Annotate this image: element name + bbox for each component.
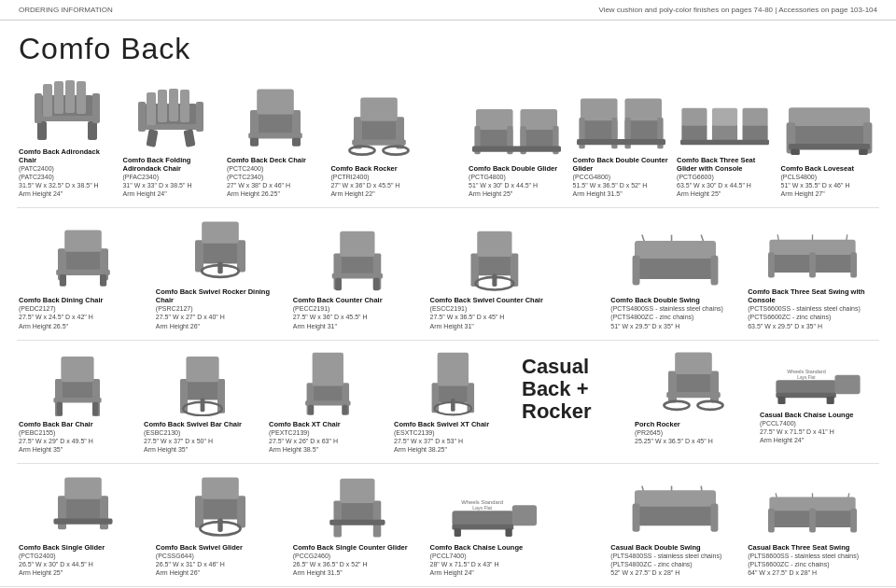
product-item-swivel-bar: Comfo Back Swivel Bar Chair (ESBC2130) 2… bbox=[142, 346, 263, 454]
product-img-area bbox=[291, 222, 425, 292]
product-img-area bbox=[142, 346, 263, 416]
product-code: (PSRC2127) bbox=[156, 304, 286, 313]
swivel-counter-img bbox=[463, 225, 526, 292]
svg-rect-9 bbox=[77, 81, 86, 114]
product-code: (PEDC2127) bbox=[19, 304, 148, 313]
product-dims: 27.5" W x 24.5" D x 42" HArm Height 26.5… bbox=[19, 313, 148, 329]
dining-chair-img bbox=[49, 225, 117, 292]
svg-rect-155 bbox=[202, 477, 239, 498]
svg-rect-124 bbox=[305, 400, 350, 405]
product-code: (PCTC2400)(PCTC2340) bbox=[227, 164, 323, 181]
svg-rect-114 bbox=[184, 380, 221, 399]
product-code: (PLTS6600SS - stainless steel chains)(PL… bbox=[748, 552, 877, 568]
svg-text:Wheels Standard: Wheels Standard bbox=[787, 369, 825, 374]
svg-rect-105 bbox=[850, 252, 857, 277]
svg-rect-63 bbox=[789, 144, 870, 149]
product-info: Comfo Back Bar Chair (PEBC2155) 27.5" W … bbox=[17, 420, 138, 454]
product-dims: 52" W x 27.5" D x 28" H bbox=[610, 568, 740, 577]
chaise2-img: Wheels Standard Lays Flat bbox=[451, 498, 539, 539]
product-dims: 27.5" W x 36" D x 45.5" HArm Height 31" bbox=[293, 313, 423, 329]
svg-rect-71 bbox=[60, 274, 66, 287]
loveseat-img bbox=[785, 102, 874, 161]
product-img-area bbox=[17, 469, 150, 539]
product-code: (ESXTC2139) bbox=[394, 428, 511, 437]
svg-rect-58 bbox=[680, 140, 769, 145]
product-code: (PEXTC2139) bbox=[269, 428, 386, 437]
product-code: (PLTS4800SS - stainless steel chains)(PL… bbox=[610, 552, 740, 568]
svg-rect-5 bbox=[92, 93, 100, 123]
casual-back-text: Casual Back + Rocker bbox=[522, 356, 592, 424]
product-dims: 63.5" W x 29.5" D x 35" H bbox=[748, 322, 877, 330]
product-code: (PCTG2400) bbox=[19, 552, 148, 560]
product-info: Comfo Back Swivel XT Chair (ESXTC2139) 2… bbox=[392, 420, 513, 454]
catalog-body: Comfo Back Adirondack Chair (PATC2400)(P… bbox=[0, 74, 896, 577]
product-item-three-glider: Comfo Back Three Seat Glider with Consol… bbox=[675, 82, 775, 198]
product-code: (PECC2191) bbox=[293, 304, 423, 313]
svg-rect-70 bbox=[57, 270, 111, 275]
svg-rect-143 bbox=[777, 397, 785, 404]
product-dims: 28" W x 71.5" D x 43" HArm Height 24" bbox=[430, 560, 560, 577]
svg-rect-84 bbox=[335, 278, 342, 291]
bar-chair-img bbox=[48, 349, 107, 416]
product-name: Comfo Back Double Glider bbox=[469, 164, 565, 173]
svg-rect-26 bbox=[292, 138, 301, 147]
svg-rect-20 bbox=[254, 112, 296, 135]
svg-rect-152 bbox=[200, 497, 242, 519]
product-img-area bbox=[17, 346, 138, 416]
product-img-area bbox=[467, 91, 567, 161]
product-row-1: Comfo Back Adirondack Chair (PATC2400)(P… bbox=[17, 74, 879, 198]
casual-chaise-img: Wheels Standard Lays Flat bbox=[775, 369, 863, 407]
row-divider-3 bbox=[17, 463, 879, 464]
svg-rect-167 bbox=[505, 528, 511, 537]
svg-rect-175 bbox=[633, 503, 640, 531]
adirondack-chair-img bbox=[30, 77, 105, 144]
product-info: Comfo Back Swivel Rocker Dining Chair (P… bbox=[154, 287, 287, 329]
svg-rect-2 bbox=[37, 121, 47, 140]
product-code: (PCTS6600SS - stainless steel chains)(PC… bbox=[748, 304, 877, 321]
product-info: Comfo Back Three Seat Swing with Console… bbox=[746, 287, 879, 329]
product-info: Comfo Back Double Counter Glider (PCCG48… bbox=[571, 156, 671, 198]
product-item-swivel-glider: Comfo Back Swivel Glider (PCSSG644) 26.5… bbox=[154, 469, 287, 577]
svg-rect-106 bbox=[809, 252, 816, 277]
svg-rect-76 bbox=[202, 222, 239, 244]
product-img-area bbox=[746, 214, 879, 284]
rocker-img bbox=[345, 93, 413, 161]
svg-rect-17 bbox=[158, 90, 167, 122]
page-title: Comfo Back bbox=[0, 21, 896, 74]
product-item: Comfo Back Rocker (PCTRI2400) 27" W x 36… bbox=[329, 91, 428, 198]
product-item: Comfo Back Deck Chair (PCTC2400)(PCTC234… bbox=[225, 82, 325, 198]
svg-rect-75 bbox=[237, 241, 245, 273]
svg-rect-137 bbox=[666, 392, 721, 398]
product-name: Porch Rocker bbox=[635, 420, 752, 428]
product-img-area bbox=[17, 74, 117, 144]
svg-rect-110 bbox=[61, 357, 93, 382]
swivel-glider-img bbox=[187, 472, 254, 539]
product-name: Comfo Back Bar Chair bbox=[19, 420, 136, 428]
svg-rect-6 bbox=[43, 84, 52, 117]
three-swing-img bbox=[768, 233, 857, 284]
svg-rect-132 bbox=[451, 399, 455, 412]
svg-text:Lays Flat: Lays Flat bbox=[472, 505, 492, 511]
product-item-three-swing: Comfo Back Three Seat Swing with Console… bbox=[746, 214, 879, 329]
product-info: Comfo Back Three Seat Glider with Consol… bbox=[675, 156, 775, 198]
svg-rect-56 bbox=[712, 108, 737, 126]
product-dims: 51" W x 29.5" D x 35" H bbox=[610, 322, 740, 330]
product-img-area bbox=[746, 469, 879, 539]
svg-rect-130 bbox=[437, 352, 468, 385]
product-item-casual-three-swing: Casual Back Three Seat Swing (PLTS6600SS… bbox=[746, 469, 879, 577]
product-name: Comfo Back Double Swing bbox=[610, 296, 740, 304]
counter-chair-img bbox=[326, 225, 389, 292]
product-item-bar: Comfo Back Bar Chair (PEBC2155) 27.5" W … bbox=[17, 346, 138, 454]
product-info: Comfo Back Loveseat (PCLS4800) 51" W x 3… bbox=[779, 164, 879, 198]
svg-rect-163 bbox=[452, 511, 513, 525]
svg-rect-120 bbox=[310, 385, 345, 403]
product-info: Comfo Back Swivel Glider (PCSSG644) 26.5… bbox=[154, 543, 287, 577]
product-dims: 27.5" W x 36.5" D x 45" HArm Height 31" bbox=[430, 313, 560, 329]
svg-rect-4 bbox=[35, 93, 42, 123]
product-info: Comfo Back Deck Chair (PCTC2400)(PCTC234… bbox=[225, 156, 325, 198]
product-info: Porch Rocker (PR2645) 25.25" W x 36.5" D… bbox=[633, 420, 754, 445]
product-name: Comfo Back Single Counter Glider bbox=[293, 543, 423, 552]
product-dims: 31" W x 33" D x 38.5" HArm Height 24" bbox=[122, 181, 218, 198]
product-code: (PCTS4800SS - stainless steel chains)(PC… bbox=[610, 304, 740, 321]
svg-rect-72 bbox=[100, 274, 106, 287]
